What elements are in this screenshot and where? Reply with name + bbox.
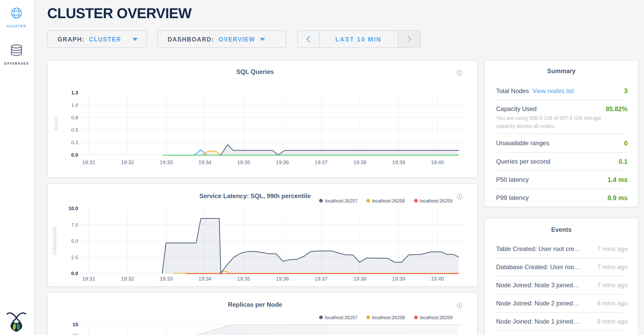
svg-text:1.0: 1.0 [71,102,78,108]
svg-text:19:35: 19:35 [237,159,250,165]
svg-text:10.0: 10.0 [68,206,78,211]
svg-text:Service Latency: SQL, 99th per: Service Latency: SQL, 99th percentile [199,192,311,199]
svg-text:19:37: 19:37 [315,276,328,282]
svg-text:localhost:26259: localhost:26259 [420,198,453,204]
svg-text:10: 10 [73,333,78,335]
svg-text:1.3: 1.3 [71,90,78,95]
svg-text:19:40: 19:40 [431,276,444,282]
svg-text:19:40: 19:40 [431,159,444,165]
svg-text:19:36: 19:36 [276,276,289,282]
svg-text:localhost:26258: localhost:26258 [372,315,405,320]
svg-text:19:38: 19:38 [353,159,366,165]
svg-text:0.8: 0.8 [71,115,78,120]
svg-text:2.5: 2.5 [71,255,78,260]
svg-text:19:36: 19:36 [276,159,289,165]
svg-text:0.3: 0.3 [71,140,78,145]
svg-text:0.5: 0.5 [71,127,78,133]
svg-text:localhost:26257: localhost:26257 [325,198,358,204]
svg-text:19:32: 19:32 [121,276,134,282]
svg-text:19:34: 19:34 [198,276,211,282]
svg-text:19:32: 19:32 [121,159,134,165]
svg-text:19:33: 19:33 [160,276,173,282]
svg-text:5.0: 5.0 [71,238,78,244]
svg-text:19:31: 19:31 [82,276,95,282]
svg-text:SQL Queries: SQL Queries [236,68,274,75]
svg-text:localhost:26257: localhost:26257 [325,315,358,320]
svg-text:localhost:26259: localhost:26259 [420,315,453,320]
svg-text:19:34: 19:34 [198,159,211,165]
svg-text:count: count [53,117,59,130]
svg-text:19:39: 19:39 [392,159,405,165]
svg-text:7.5: 7.5 [71,222,78,228]
svg-text:19:31: 19:31 [82,159,95,165]
svg-text:0.0: 0.0 [71,271,78,276]
svg-text:localhost:26258: localhost:26258 [372,198,405,204]
svg-text:milliseconds: milliseconds [52,227,57,255]
svg-text:19:37: 19:37 [315,159,328,165]
svg-text:19:38: 19:38 [353,276,366,282]
svg-text:Replicas per Node: Replicas per Node [228,301,282,308]
svg-text:15: 15 [73,322,78,327]
svg-text:19:39: 19:39 [392,276,405,282]
svg-text:19:35: 19:35 [237,276,250,282]
svg-text:19:33: 19:33 [160,159,173,165]
svg-text:0.0: 0.0 [71,152,78,158]
